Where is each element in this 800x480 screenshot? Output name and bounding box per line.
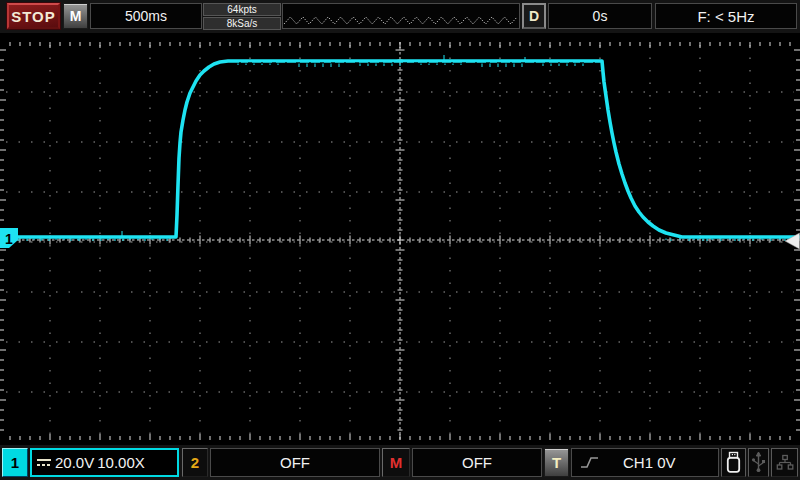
svg-text:1: 1 <box>5 231 13 247</box>
sample-rate: 8kSa/s <box>203 17 281 30</box>
rising-edge-icon <box>580 455 599 470</box>
channel1-probe: 10.00X <box>97 454 145 471</box>
usb-host-indicator <box>748 448 769 477</box>
usb-drive-icon <box>725 451 742 474</box>
memory-waveform-preview[interactable] <box>282 3 520 29</box>
graticule <box>0 42 800 440</box>
channel1-button[interactable]: 1 <box>2 448 28 477</box>
trace-noise <box>4 55 794 241</box>
ch1-position-marker[interactable]: 1 <box>0 228 18 248</box>
trigger-menu-button[interactable]: T <box>544 448 569 477</box>
preview-zigzag-icon <box>283 4 519 28</box>
memory-depth: 64kpts <box>203 3 281 16</box>
acquisition-info: 64kpts 8kSa/s <box>203 3 281 29</box>
menu-button[interactable]: M <box>63 3 88 29</box>
usb-host-icon <box>751 452 766 473</box>
trigger-frequency-readout: F: < 5Hz <box>655 3 797 29</box>
channel1-scale: 20.0V <box>55 454 94 471</box>
bottom-status-bar: 1 20.0V 10.00X 2 OFF M OFF T CH1 0V <box>0 445 800 480</box>
top-status-bar: STOP M 500ms 64kpts 8kSa/s D 0s F: < 5Hz <box>0 0 800 33</box>
trigger-settings[interactable]: CH1 0V <box>571 448 719 477</box>
math-button[interactable]: M <box>382 448 410 477</box>
channel1-settings[interactable]: 20.0V 10.00X <box>30 448 179 477</box>
dc-coupling-icon <box>37 458 52 468</box>
timebase-readout[interactable]: 500ms <box>90 3 202 29</box>
waveform-display: 1 <box>0 0 800 480</box>
trigger-source-level: CH1 0V <box>623 454 676 471</box>
lan-icon <box>776 454 794 472</box>
math-status[interactable]: OFF <box>412 448 542 477</box>
channel2-status[interactable]: OFF <box>210 448 380 477</box>
usb-drive-indicator <box>721 448 746 477</box>
channel2-button[interactable]: 2 <box>182 448 208 477</box>
run-stop-button[interactable]: STOP <box>7 3 60 29</box>
horizontal-offset-readout[interactable]: 0s <box>548 3 652 29</box>
oscilloscope-screen: 1 STOP M 500ms 64kpts 8kSa/s D 0s F: < 5… <box>0 0 800 480</box>
lan-indicator <box>771 448 798 477</box>
display-menu-button[interactable]: D <box>522 3 546 29</box>
